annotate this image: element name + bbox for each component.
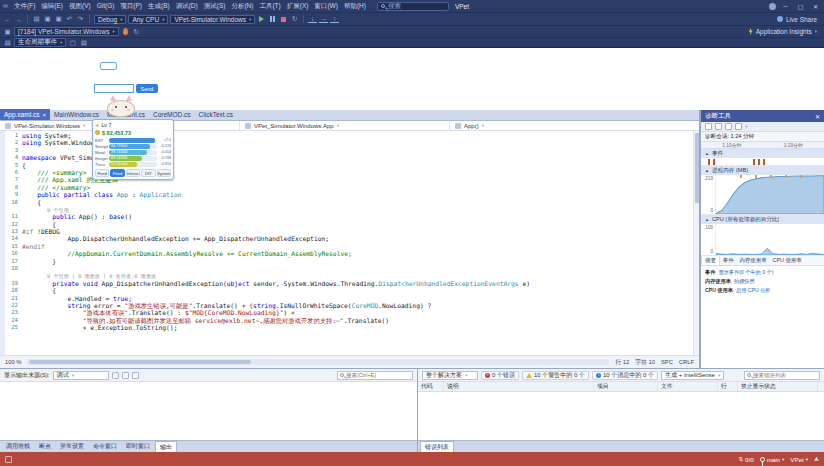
- vertical-scrollbar[interactable]: [693, 131, 699, 355]
- step-over-button[interactable]: →: [319, 15, 328, 23]
- menu-item[interactable]: 帮助(H): [341, 2, 369, 11]
- user-avatar[interactable]: [769, 3, 776, 10]
- menu-item[interactable]: Git(G): [94, 2, 118, 11]
- error-column-header[interactable]: 行: [718, 382, 738, 391]
- horizontal-scrollbar[interactable]: [27, 359, 609, 365]
- navigate-forward-icon[interactable]: →: [14, 15, 23, 24]
- panel-tab[interactable]: 错误列表: [420, 441, 454, 452]
- word-wrap-icon[interactable]: [122, 372, 129, 379]
- memory-section-header[interactable]: ▲ 进程内存 (MB): [701, 166, 824, 175]
- live-visual-tree-button[interactable]: ▤: [79, 38, 88, 47]
- messages-filter-button[interactable]: i 10 个消息中的 0 个: [592, 371, 658, 380]
- menu-item[interactable]: 调试(D): [173, 2, 201, 11]
- scrollbar-thumb[interactable]: [29, 360, 250, 364]
- cpu-section-header[interactable]: ▲ CPU (所有处理器的百分比): [701, 215, 824, 224]
- panel-tab[interactable]: 即时窗口: [122, 441, 154, 452]
- error-search-box[interactable]: [744, 371, 820, 380]
- diagnostics-tab[interactable]: 内存使用率: [737, 255, 770, 265]
- error-column-header[interactable]: 项目: [594, 382, 658, 391]
- breadcrumb-type-dropdown[interactable]: VPet_Simulator.Windows.App ▾: [240, 121, 450, 130]
- undo-icon[interactable]: ↶: [65, 15, 74, 24]
- branch-selector[interactable]: main ▾: [760, 456, 785, 463]
- live-share-button[interactable]: Live Share: [773, 14, 821, 24]
- vpet-overlay-window[interactable]: Send ★ Lv 7 $ 82,453.73 EXP+7.0Strength8…: [92, 58, 174, 180]
- application-insights-button[interactable]: Application Insights ▾: [745, 27, 821, 37]
- startup-project-dropdown[interactable]: VPet-Simulator.Windows ▾: [170, 15, 255, 24]
- diagnostics-tab[interactable]: CPU 使用率: [770, 255, 805, 265]
- repository-selector[interactable]: VPet ▾: [790, 456, 808, 463]
- maximize-button[interactable]: ▢: [795, 3, 806, 10]
- zoom-in-icon[interactable]: [705, 123, 712, 130]
- error-search-input[interactable]: [753, 372, 817, 378]
- menu-item[interactable]: 窗口(W): [311, 2, 340, 11]
- diagnostics-tab[interactable]: 事件: [720, 255, 737, 265]
- pet-send-button[interactable]: Send: [136, 84, 158, 93]
- zoom-level[interactable]: 100 %: [5, 359, 21, 365]
- new-file-icon[interactable]: ▤: [32, 15, 41, 24]
- clear-output-icon[interactable]: [112, 372, 119, 379]
- redo-icon[interactable]: ↷: [76, 15, 85, 24]
- hot-reload-button[interactable]: [121, 27, 130, 36]
- errors-filter-button[interactable]: × 0 个错误: [481, 371, 519, 380]
- pause-button[interactable]: [268, 15, 277, 24]
- error-column-header[interactable]: 禁止显示状态: [738, 382, 818, 391]
- pet-tab[interactable]: DIY: [141, 169, 155, 177]
- panel-tab[interactable]: 调用堆栈: [2, 441, 34, 452]
- menu-item[interactable]: 分析(N): [228, 2, 256, 11]
- panel-tab[interactable]: 输出: [155, 441, 177, 452]
- error-list-content[interactable]: [418, 392, 824, 440]
- pet-tab[interactable]: Interact: [126, 169, 140, 177]
- close-icon[interactable]: ✕: [815, 113, 820, 120]
- continue-button[interactable]: [257, 15, 266, 24]
- summary-link[interactable]: 拍摄快照: [734, 278, 755, 285]
- notifications-bell-icon[interactable]: [814, 457, 819, 462]
- lifecycle-events-dropdown[interactable]: 生命周期事件 ▾: [14, 38, 66, 47]
- zoom-out-icon[interactable]: [715, 123, 722, 130]
- solution-platform-dropdown[interactable]: Any CPU ▾: [128, 15, 168, 24]
- diagnostics-tab[interactable]: 摘要: [701, 255, 720, 265]
- tab-close-icon[interactable]: ×: [42, 112, 46, 118]
- minimize-button[interactable]: ─: [780, 3, 791, 9]
- menu-item[interactable]: 工具(T): [256, 2, 283, 11]
- pet-sprite[interactable]: [104, 95, 138, 118]
- scrollbar-thumb[interactable]: [695, 133, 699, 203]
- save-icon[interactable]: ▣: [43, 15, 52, 24]
- error-column-header[interactable]: 说明: [444, 382, 594, 391]
- warnings-filter-button[interactable]: 10 个警告中的 0 个: [522, 371, 589, 380]
- editor-tab[interactable]: App.xaml.cs×: [0, 109, 50, 120]
- menu-item[interactable]: 编辑(E): [38, 2, 66, 11]
- menu-item[interactable]: 文件(F): [11, 2, 38, 11]
- editor-tab[interactable]: ClickText.cs: [195, 109, 237, 120]
- output-content[interactable]: [0, 382, 417, 440]
- events-section-header[interactable]: ▲ 事件: [701, 149, 824, 158]
- error-scope-dropdown[interactable]: 整个解决方案 ▾: [422, 371, 478, 380]
- solution-configuration-dropdown[interactable]: Debug ▾: [94, 15, 126, 24]
- step-out-button[interactable]: ↑: [330, 15, 339, 23]
- xaml-live-preview-button[interactable]: ▢: [68, 38, 77, 47]
- pet-tab[interactable]: Feed: [95, 169, 109, 177]
- output-search-box[interactable]: [337, 371, 413, 380]
- error-provider-dropdown[interactable]: 生成 + IntelliSense ▾: [661, 371, 724, 380]
- reset-view-icon[interactable]: [725, 123, 732, 130]
- feedback-icon[interactable]: [5, 456, 12, 463]
- menu-item[interactable]: 测试(S): [201, 2, 229, 11]
- breadcrumb-member-dropdown[interactable]: App() ▾: [450, 121, 699, 130]
- output-source-dropdown[interactable]: 调试 ▾: [53, 371, 109, 380]
- panel-tab[interactable]: 命令窗口: [89, 441, 121, 452]
- restart-button[interactable]: ↻: [290, 15, 299, 24]
- pet-tab[interactable]: System: [157, 169, 171, 177]
- menu-item[interactable]: 扩展(X): [284, 2, 312, 11]
- save-all-icon[interactable]: ▣: [54, 15, 63, 24]
- stop-button[interactable]: [279, 15, 288, 24]
- error-column-header[interactable]: 代码: [418, 382, 444, 391]
- menu-item[interactable]: 视图(V): [66, 2, 94, 11]
- step-into-button[interactable]: ↓: [308, 15, 317, 23]
- output-search-input[interactable]: [346, 372, 410, 378]
- summary-link[interactable]: 启用 CPU 分析: [736, 287, 771, 294]
- diagnostic-tools-header[interactable]: 诊断工具 ✕: [701, 110, 824, 122]
- pet-message-input[interactable]: [94, 84, 134, 93]
- pet-tab[interactable]: Pend: [110, 169, 124, 177]
- error-column-header[interactable]: 文件: [658, 382, 718, 391]
- panel-tab[interactable]: 断点: [35, 441, 55, 452]
- panel-tab[interactable]: 异常设置: [56, 441, 88, 452]
